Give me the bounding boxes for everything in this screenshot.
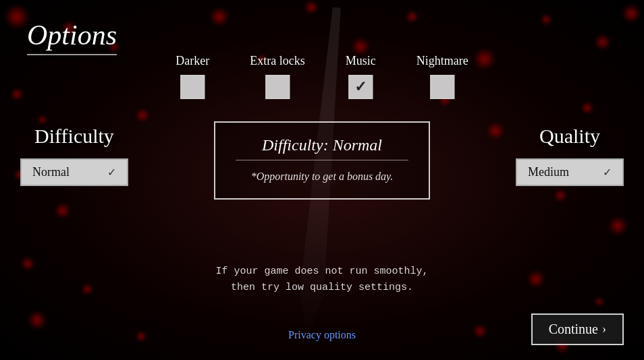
quality-label: Quality: [539, 125, 600, 148]
difficulty-label: Difficulty: [34, 125, 114, 148]
info-box-text: *Opportunity to get a bonus day.: [236, 169, 408, 185]
checkbox-label-music: Music: [346, 54, 376, 68]
page-title: Options: [27, 19, 117, 55]
checkbox-item-extra-locks: Extra locks: [250, 54, 304, 99]
quality-dropdown[interactable]: Medium ✓: [516, 158, 624, 186]
perf-tip-line1: If your game does not run smoothly,: [215, 264, 428, 280]
difficulty-arrow: ✓: [107, 166, 116, 179]
info-box-title: Difficulty: Normal: [236, 136, 408, 160]
main-content: Options DarkerExtra locksMusicNightmare …: [0, 0, 644, 360]
quality-value: Medium: [528, 165, 569, 179]
checkbox-label-extra-locks: Extra locks: [250, 54, 304, 68]
difficulty-dropdown[interactable]: Normal ✓: [20, 158, 128, 186]
checkbox-label-nightmare: Nightmare: [417, 54, 468, 68]
difficulty-value: Normal: [32, 165, 70, 179]
perf-tip-line2: then try low quality settings.: [215, 280, 428, 296]
continue-label: Continue: [549, 322, 598, 337]
quality-arrow: ✓: [603, 166, 612, 179]
difficulty-section: Difficulty Normal ✓: [20, 125, 128, 186]
checkbox-label-darker: Darker: [176, 54, 209, 68]
checkbox-item-music: Music: [346, 54, 376, 99]
continue-arrow-icon: ›: [602, 322, 606, 336]
checkboxes-row: DarkerExtra locksMusicNightmare: [176, 54, 468, 99]
info-box: Difficulty: Normal *Opportunity to get a…: [214, 121, 430, 200]
privacy-options-link[interactable]: Privacy options: [288, 329, 356, 341]
quality-section: Quality Medium ✓: [516, 125, 624, 186]
checkbox-item-darker: Darker: [176, 54, 209, 99]
checkbox-box-nightmare[interactable]: [430, 75, 454, 99]
perf-tip: If your game does not run smoothly, then…: [215, 264, 428, 296]
checkbox-box-extra-locks[interactable]: [265, 75, 290, 99]
checkbox-item-nightmare: Nightmare: [417, 54, 468, 99]
checkbox-box-darker[interactable]: [180, 75, 205, 99]
continue-button[interactable]: Continue ›: [531, 313, 624, 345]
checkbox-box-music[interactable]: [348, 75, 373, 99]
